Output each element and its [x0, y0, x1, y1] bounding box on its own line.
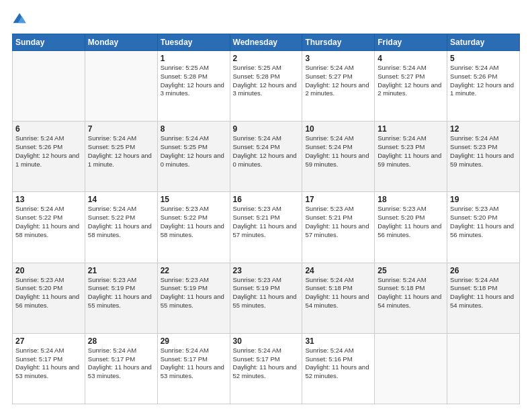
weekday-header-thursday: Thursday: [302, 34, 375, 51]
calendar-cell: 29Sunrise: 5:24 AM Sunset: 5:17 PM Dayli…: [157, 333, 230, 404]
day-number: 21: [88, 266, 154, 275]
calendar-cell: [85, 51, 157, 122]
calendar-cell: 28Sunrise: 5:24 AM Sunset: 5:17 PM Dayli…: [85, 333, 157, 404]
calendar-cell: 25Sunrise: 5:24 AM Sunset: 5:18 PM Dayli…: [375, 263, 447, 333]
day-number: 2: [233, 54, 300, 63]
day-info: Sunrise: 5:24 AM Sunset: 5:22 PM Dayligh…: [88, 205, 154, 239]
day-info: Sunrise: 5:24 AM Sunset: 5:26 PM Dayligh…: [15, 134, 82, 169]
page: SundayMondayTuesdayWednesdayThursdayFrid…: [0, 0, 532, 411]
logo: [12, 12, 30, 27]
calendar-cell: 2Sunrise: 5:25 AM Sunset: 5:28 PM Daylig…: [230, 51, 302, 122]
weekday-header-sunday: Sunday: [13, 34, 85, 51]
day-info: Sunrise: 5:23 AM Sunset: 5:21 PM Dayligh…: [233, 205, 300, 239]
weekday-header-monday: Monday: [85, 34, 157, 51]
calendar-cell: 27Sunrise: 5:24 AM Sunset: 5:17 PM Dayli…: [13, 333, 85, 404]
day-info: Sunrise: 5:24 AM Sunset: 5:17 PM Dayligh…: [88, 347, 154, 381]
calendar-cell: 4Sunrise: 5:24 AM Sunset: 5:27 PM Daylig…: [375, 51, 447, 122]
day-number: 28: [88, 336, 154, 346]
day-info: Sunrise: 5:24 AM Sunset: 5:24 PM Dayligh…: [305, 134, 371, 169]
calendar-week-row: 13Sunrise: 5:24 AM Sunset: 5:22 PM Dayli…: [13, 192, 520, 263]
calendar-cell: 14Sunrise: 5:24 AM Sunset: 5:22 PM Dayli…: [85, 192, 157, 263]
day-number: 25: [378, 266, 444, 275]
calendar-week-row: 27Sunrise: 5:24 AM Sunset: 5:17 PM Dayli…: [13, 333, 520, 404]
day-info: Sunrise: 5:24 AM Sunset: 5:18 PM Dayligh…: [378, 276, 444, 310]
calendar-cell: 18Sunrise: 5:23 AM Sunset: 5:20 PM Dayli…: [375, 192, 447, 263]
day-info: Sunrise: 5:23 AM Sunset: 5:22 PM Dayligh…: [161, 205, 227, 239]
calendar-week-row: 20Sunrise: 5:23 AM Sunset: 5:20 PM Dayli…: [13, 263, 520, 333]
calendar-cell: 7Sunrise: 5:24 AM Sunset: 5:25 PM Daylig…: [85, 122, 157, 192]
day-number: 7: [88, 124, 154, 134]
day-number: 3: [305, 54, 371, 63]
calendar-cell: 23Sunrise: 5:23 AM Sunset: 5:19 PM Dayli…: [230, 263, 302, 333]
day-number: 20: [15, 266, 82, 275]
day-info: Sunrise: 5:23 AM Sunset: 5:20 PM Dayligh…: [378, 205, 444, 239]
calendar-week-row: 6Sunrise: 5:24 AM Sunset: 5:26 PM Daylig…: [13, 122, 520, 192]
day-number: 15: [161, 195, 227, 204]
day-info: Sunrise: 5:24 AM Sunset: 5:25 PM Dayligh…: [88, 134, 154, 169]
weekday-header-wednesday: Wednesday: [230, 34, 302, 51]
day-info: Sunrise: 5:24 AM Sunset: 5:18 PM Dayligh…: [305, 276, 371, 310]
day-info: Sunrise: 5:23 AM Sunset: 5:19 PM Dayligh…: [233, 276, 300, 310]
day-info: Sunrise: 5:25 AM Sunset: 5:28 PM Dayligh…: [233, 64, 300, 98]
calendar-cell: 11Sunrise: 5:24 AM Sunset: 5:23 PM Dayli…: [375, 122, 447, 192]
calendar-cell: 8Sunrise: 5:24 AM Sunset: 5:25 PM Daylig…: [157, 122, 230, 192]
day-number: 1: [161, 54, 227, 63]
day-info: Sunrise: 5:23 AM Sunset: 5:19 PM Dayligh…: [161, 276, 227, 310]
calendar-cell: 16Sunrise: 5:23 AM Sunset: 5:21 PM Dayli…: [230, 192, 302, 263]
day-info: Sunrise: 5:24 AM Sunset: 5:27 PM Dayligh…: [378, 64, 444, 98]
calendar-cell: [13, 51, 85, 122]
day-number: 17: [305, 195, 371, 204]
calendar-cell: 13Sunrise: 5:24 AM Sunset: 5:22 PM Dayli…: [13, 192, 85, 263]
calendar-cell: 3Sunrise: 5:24 AM Sunset: 5:27 PM Daylig…: [302, 51, 375, 122]
day-info: Sunrise: 5:24 AM Sunset: 5:23 PM Dayligh…: [378, 134, 444, 169]
day-number: 6: [15, 124, 82, 134]
day-number: 11: [378, 124, 444, 134]
day-info: Sunrise: 5:24 AM Sunset: 5:25 PM Dayligh…: [161, 134, 227, 169]
calendar-cell: 9Sunrise: 5:24 AM Sunset: 5:24 PM Daylig…: [230, 122, 302, 192]
weekday-header-friday: Friday: [375, 34, 447, 51]
day-info: Sunrise: 5:24 AM Sunset: 5:24 PM Dayligh…: [233, 134, 300, 169]
calendar-cell: 5Sunrise: 5:24 AM Sunset: 5:26 PM Daylig…: [447, 51, 520, 122]
day-info: Sunrise: 5:25 AM Sunset: 5:28 PM Dayligh…: [161, 64, 227, 98]
day-number: 29: [161, 336, 227, 346]
calendar-cell: 31Sunrise: 5:24 AM Sunset: 5:16 PM Dayli…: [302, 333, 375, 404]
day-number: 4: [378, 54, 444, 63]
calendar-cell: [447, 333, 520, 404]
day-number: 31: [305, 336, 371, 346]
day-number: 5: [450, 54, 517, 63]
calendar-cell: 22Sunrise: 5:23 AM Sunset: 5:19 PM Dayli…: [157, 263, 230, 333]
day-info: Sunrise: 5:24 AM Sunset: 5:18 PM Dayligh…: [450, 276, 517, 310]
calendar-cell: 10Sunrise: 5:24 AM Sunset: 5:24 PM Dayli…: [302, 122, 375, 192]
day-number: 13: [15, 195, 82, 204]
calendar-cell: 12Sunrise: 5:24 AM Sunset: 5:23 PM Dayli…: [447, 122, 520, 192]
day-info: Sunrise: 5:24 AM Sunset: 5:22 PM Dayligh…: [15, 205, 82, 239]
day-info: Sunrise: 5:24 AM Sunset: 5:17 PM Dayligh…: [233, 347, 300, 381]
calendar-cell: 20Sunrise: 5:23 AM Sunset: 5:20 PM Dayli…: [13, 263, 85, 333]
calendar-week-row: 1Sunrise: 5:25 AM Sunset: 5:28 PM Daylig…: [13, 51, 520, 122]
day-number: 16: [233, 195, 300, 204]
day-info: Sunrise: 5:24 AM Sunset: 5:26 PM Dayligh…: [450, 64, 517, 98]
day-number: 18: [378, 195, 444, 204]
header: [12, 12, 520, 27]
day-number: 12: [450, 124, 517, 134]
day-number: 30: [233, 336, 300, 346]
day-number: 8: [161, 124, 227, 134]
day-number: 23: [233, 266, 300, 275]
day-info: Sunrise: 5:23 AM Sunset: 5:20 PM Dayligh…: [15, 276, 82, 310]
calendar-cell: 19Sunrise: 5:23 AM Sunset: 5:20 PM Dayli…: [447, 192, 520, 263]
weekday-header-row: SundayMondayTuesdayWednesdayThursdayFrid…: [13, 34, 520, 51]
calendar-cell: 17Sunrise: 5:23 AM Sunset: 5:21 PM Dayli…: [302, 192, 375, 263]
calendar-cell: 24Sunrise: 5:24 AM Sunset: 5:18 PM Dayli…: [302, 263, 375, 333]
day-info: Sunrise: 5:24 AM Sunset: 5:16 PM Dayligh…: [305, 347, 371, 381]
day-number: 24: [305, 266, 371, 275]
calendar-cell: 15Sunrise: 5:23 AM Sunset: 5:22 PM Dayli…: [157, 192, 230, 263]
day-number: 19: [450, 195, 517, 204]
weekday-header-tuesday: Tuesday: [157, 34, 230, 51]
calendar-cell: 30Sunrise: 5:24 AM Sunset: 5:17 PM Dayli…: [230, 333, 302, 404]
day-info: Sunrise: 5:23 AM Sunset: 5:20 PM Dayligh…: [450, 205, 517, 239]
day-info: Sunrise: 5:23 AM Sunset: 5:19 PM Dayligh…: [88, 276, 154, 310]
calendar-cell: [375, 333, 447, 404]
weekday-header-saturday: Saturday: [447, 34, 520, 51]
calendar-cell: 21Sunrise: 5:23 AM Sunset: 5:19 PM Dayli…: [85, 263, 157, 333]
day-number: 10: [305, 124, 371, 134]
